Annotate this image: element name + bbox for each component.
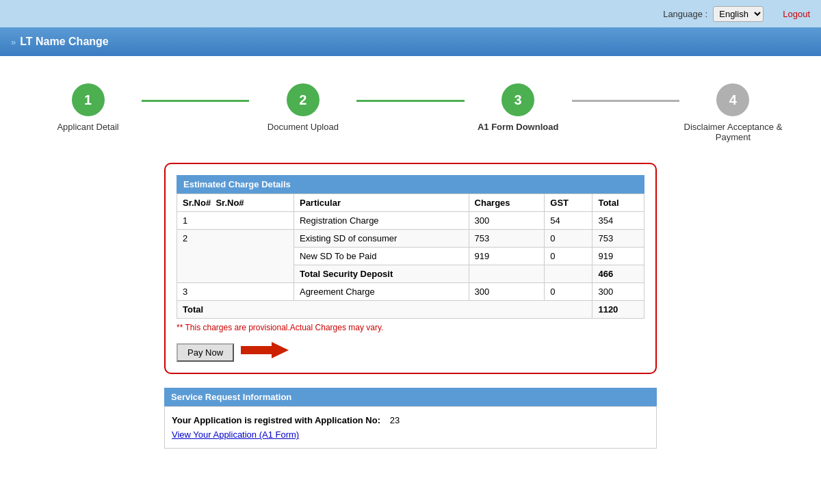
cell-total: 753 (592, 230, 644, 248)
cell-gst: 0 (545, 248, 592, 265)
pay-now-row: Pay Now (177, 338, 644, 362)
svg-marker-0 (241, 342, 289, 358)
language-select[interactable]: English Hindi Marathi (713, 6, 764, 22)
charge-details-box: Estimated Charge Details Sr.No# Sr.No# P… (164, 163, 657, 374)
table-row: 3 Agreement Charge 300 0 300 (177, 283, 644, 301)
step-circle-4: 4 (716, 83, 749, 116)
cell-particular: Total Security Deposit (294, 265, 469, 283)
main-content: 1 Applicant Detail 2 Document Upload 3 A… (0, 56, 821, 504)
step-circle-3: 3 (501, 83, 534, 116)
cell-sr: 3 (177, 283, 294, 301)
app-number: 23 (390, 415, 400, 425)
step-label-1: Applicant Detail (57, 122, 118, 132)
total-label: Total (177, 301, 592, 319)
red-arrow-icon (241, 341, 289, 360)
stepper: 1 Applicant Detail 2 Document Upload 3 A… (34, 83, 787, 142)
step-label-4: Disclaimer Acceptance & Payment (679, 122, 787, 142)
cell-sr: 2 (177, 230, 294, 283)
cell-particular: Agreement Charge (294, 283, 469, 301)
cell-gst (545, 265, 592, 283)
cell-total: 919 (592, 248, 644, 265)
cell-particular: Existing SD of consumer (294, 230, 469, 248)
language-label: Language : (663, 9, 707, 19)
header-arrows: » (11, 37, 16, 47)
disclaimer-text: ** This charges are provisional.Actual C… (177, 323, 644, 332)
table-row: 2 Existing SD of consumer 753 0 753 (177, 230, 644, 248)
service-request-box: Service Request Information Your Applica… (164, 388, 657, 449)
cell-charges: 300 (469, 212, 545, 230)
col-total: Total (592, 194, 644, 212)
cell-gst: 54 (545, 212, 592, 230)
header-bar: » LT Name Change (0, 27, 821, 56)
charges-table: Sr.No# Sr.No# Particular Charges GST Tot… (177, 194, 644, 319)
view-application-link[interactable]: View Your Application (A1 Form) (172, 429, 299, 440)
step-line-1 (142, 100, 249, 102)
cell-total: 466 (592, 265, 644, 283)
cell-charges (469, 265, 545, 283)
cell-charges: 753 (469, 230, 545, 248)
cell-total: 354 (592, 212, 644, 230)
app-registered-text: Your Application is registred with Appli… (172, 415, 380, 425)
step-2: 2 Document Upload (249, 83, 356, 132)
col-charges: Charges (469, 194, 545, 212)
cell-charges: 300 (469, 283, 545, 301)
col-srno: Sr.No# Sr.No# (177, 194, 294, 212)
cell-total: 300 (592, 283, 644, 301)
step-3: 3 A1 Form Download (465, 83, 572, 132)
cell-gst: 0 (545, 283, 592, 301)
cell-particular: Registration Charge (294, 212, 469, 230)
step-4: 4 Disclaimer Acceptance & Payment (679, 83, 787, 142)
step-label-2: Document Upload (268, 122, 339, 132)
step-1: 1 Applicant Detail (34, 83, 142, 132)
step-line-2 (356, 100, 464, 102)
service-section-header: Service Request Information (164, 388, 657, 406)
step-label-3: A1 Form Download (478, 122, 558, 132)
cell-gst: 0 (545, 230, 592, 248)
table-row: 1 Registration Charge 300 54 354 (177, 212, 644, 230)
col-particular: Particular (294, 194, 469, 212)
step-circle-2: 2 (287, 83, 320, 116)
step-circle-1: 1 (72, 83, 105, 116)
total-row: Total 1120 (177, 301, 644, 319)
logout-button[interactable]: Logout (783, 9, 810, 19)
cell-particular: New SD To be Paid (294, 248, 469, 265)
total-value: 1120 (592, 301, 644, 319)
cell-charges: 919 (469, 248, 545, 265)
cell-sr: 1 (177, 212, 294, 230)
col-gst: GST (545, 194, 592, 212)
page-title: LT Name Change (20, 36, 109, 48)
pay-now-button[interactable]: Pay Now (177, 343, 234, 362)
charge-section-header: Estimated Charge Details (177, 175, 644, 194)
service-body: Your Application is registred with Appli… (164, 406, 657, 449)
step-line-3 (572, 100, 679, 102)
app-registered-line: Your Application is registred with Appli… (172, 415, 649, 425)
top-bar: Language : English Hindi Marathi Logout (0, 0, 821, 27)
